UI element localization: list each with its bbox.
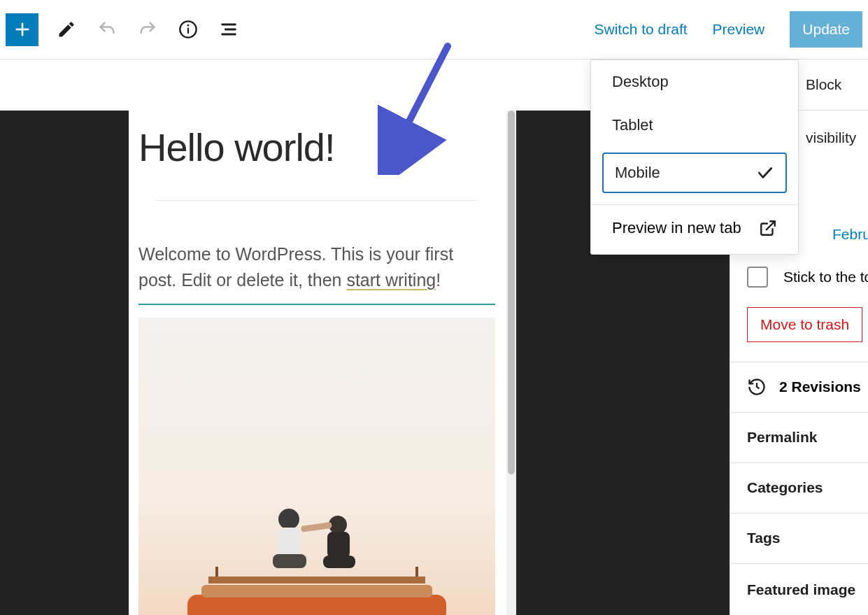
divider <box>730 462 868 463</box>
title-separator <box>155 200 478 201</box>
svg-rect-15 <box>273 554 306 568</box>
undo-button[interactable] <box>94 17 120 42</box>
svg-rect-10 <box>201 585 432 598</box>
preview-option-desktop[interactable]: Desktop <box>591 60 798 104</box>
details-button[interactable] <box>176 17 201 42</box>
svg-rect-18 <box>323 556 355 568</box>
preview-option-label: Desktop <box>612 73 669 91</box>
edit-tools-button[interactable] <box>54 17 79 42</box>
panel-permalink[interactable]: Permalink <box>747 429 817 446</box>
check-icon <box>756 164 774 182</box>
redo-icon <box>138 20 157 39</box>
info-icon <box>178 20 198 39</box>
svg-point-4 <box>187 24 190 27</box>
preview-option-tablet[interactable]: Tablet <box>591 104 798 147</box>
tab-block[interactable]: Block <box>806 76 841 93</box>
panel-categories[interactable]: Categories <box>747 479 823 496</box>
svg-rect-8 <box>208 577 425 584</box>
svg-line-20 <box>767 221 775 229</box>
add-block-button[interactable] <box>6 13 38 46</box>
switch-to-draft-button[interactable]: Switch to draft <box>595 21 688 38</box>
revisions-label: 2 Revisions <box>779 379 861 395</box>
svg-rect-17 <box>327 532 350 558</box>
update-button[interactable]: Update <box>790 11 862 48</box>
block-selection-indicator <box>138 304 495 305</box>
toolbar-right-group: Switch to draft Preview Update <box>595 11 862 48</box>
editor-toolbar: Switch to draft Preview Update <box>0 0 868 59</box>
divider <box>730 563 868 564</box>
post-image-block[interactable] <box>138 318 495 615</box>
paragraph-text-suffix: ! <box>436 270 441 290</box>
divider <box>730 362 868 362</box>
preview-button[interactable]: Preview <box>713 21 765 38</box>
redo-button[interactable] <box>135 17 160 42</box>
stick-to-top-row: Stick to the to <box>747 267 868 288</box>
post-paragraph[interactable]: Welcome to WordPress. This is your first… <box>138 241 495 294</box>
preview-new-tab-label: Preview in new tab <box>612 219 741 237</box>
post-title[interactable]: Hello world! <box>138 111 495 169</box>
preview-option-label: Mobile <box>615 164 660 182</box>
svg-rect-19 <box>301 521 332 532</box>
stick-to-top-checkbox[interactable] <box>747 267 768 288</box>
pencil-icon <box>57 20 76 39</box>
divider <box>730 412 868 413</box>
svg-point-13 <box>278 509 299 530</box>
preview-option-mobile[interactable]: Mobile <box>591 147 798 204</box>
plus-icon <box>13 20 32 39</box>
stick-to-top-label: Stick to the to <box>783 269 868 285</box>
undo-icon <box>97 20 117 39</box>
preview-option-label: Tablet <box>612 116 653 134</box>
preview-dropdown: Desktop Tablet Mobile Preview in new tab <box>590 59 799 255</box>
mobile-preview-frame: Hello world! Welcome to WordPress. This … <box>129 111 506 615</box>
svg-rect-14 <box>278 528 301 556</box>
list-icon <box>219 20 239 39</box>
publish-date-link[interactable]: Febru <box>832 226 868 243</box>
revisions-row[interactable]: 2 Revisions <box>747 377 861 397</box>
divider <box>730 513 868 514</box>
photo-illustration <box>166 465 467 615</box>
panel-featured-image[interactable]: Featured image <box>747 581 855 598</box>
scrollbar-thumb[interactable] <box>508 111 515 474</box>
svg-rect-9 <box>187 595 446 615</box>
paragraph-link[interactable]: start writing <box>346 270 436 290</box>
history-icon <box>747 377 767 397</box>
toolbar-left-group <box>6 13 241 46</box>
panel-tags[interactable]: Tags <box>747 530 780 546</box>
preview-new-tab[interactable]: Preview in new tab <box>591 205 798 254</box>
canvas-scrollbar[interactable] <box>506 111 516 615</box>
external-link-icon <box>759 219 777 237</box>
move-to-trash-button[interactable]: Move to trash <box>747 307 862 342</box>
outline-button[interactable] <box>216 17 241 42</box>
